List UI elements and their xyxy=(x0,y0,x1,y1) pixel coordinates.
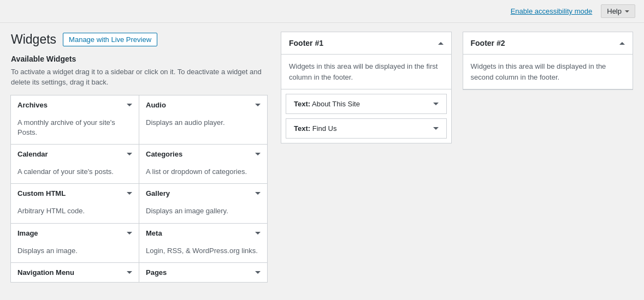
widget-archives-header[interactable]: Archives xyxy=(11,95,139,115)
widget-categories-header[interactable]: Categories xyxy=(139,145,267,164)
widget-custom-html-header[interactable]: Custom HTML xyxy=(11,184,139,203)
widget-gallery-header[interactable]: Gallery xyxy=(139,184,267,203)
widget-audio-chevron-icon xyxy=(255,104,261,106)
footer1-widget-find-us-chevron-icon xyxy=(433,127,439,130)
page-title-row: Widgets Manage with Live Preview xyxy=(11,32,268,48)
widget-meta-chevron-icon xyxy=(255,232,261,235)
footer1-title: Footer #1 xyxy=(289,39,323,47)
widget-gallery-chevron-icon xyxy=(255,192,261,195)
widget-calendar-header[interactable]: Calendar xyxy=(11,145,139,164)
footer2-chevron-icon xyxy=(619,42,625,45)
widget-calendar-desc: A calendar of your site's posts. xyxy=(11,164,139,183)
widget-image: Image Displays an image. xyxy=(10,223,139,263)
footer1-widget-about-chevron-icon xyxy=(433,103,439,105)
widget-gallery-name: Gallery xyxy=(146,189,170,197)
right-panels: Footer #1 Widgets in this area will be d… xyxy=(281,32,633,283)
available-widgets-title: Available Widgets xyxy=(11,55,268,63)
widget-gallery: Gallery Displays an image gallery. xyxy=(139,183,268,223)
widget-categories: Categories A list or dropdown of categor… xyxy=(139,144,268,184)
widget-image-chevron-icon xyxy=(127,232,132,235)
widget-pages: Pages xyxy=(139,262,268,283)
widgets-grid: Archives A monthly archive of your site'… xyxy=(11,95,268,283)
widget-categories-desc: A list or dropdown of categories. xyxy=(139,164,267,183)
widget-audio-desc: Displays an audio player. xyxy=(139,115,267,134)
top-bar: Enable accessibility mode Help xyxy=(0,0,644,23)
help-chevron-icon xyxy=(625,10,629,13)
main-content: Widgets Manage with Live Preview Availab… xyxy=(0,23,644,291)
widget-navigation-menu-chevron-icon xyxy=(127,271,132,274)
widget-image-header[interactable]: Image xyxy=(11,224,139,243)
widget-archives: Archives A monthly archive of your site'… xyxy=(10,95,139,145)
footer1-widget-find-us[interactable]: Text: Find Us xyxy=(286,118,447,139)
footer1-panel: Footer #1 Widgets in this area will be d… xyxy=(281,32,452,143)
enable-accessibility-link[interactable]: Enable accessibility mode xyxy=(511,7,593,15)
page-title: Widgets xyxy=(11,32,56,48)
widget-meta: Meta Login, RSS, & WordPress.org links. xyxy=(139,223,268,263)
widget-calendar-name: Calendar xyxy=(17,150,48,158)
footer1-chevron-icon xyxy=(438,42,444,45)
widget-audio-name: Audio xyxy=(146,101,166,109)
footer2-title: Footer #2 xyxy=(471,39,505,47)
footer1-widget-about[interactable]: Text: About This Site xyxy=(286,94,447,114)
widget-custom-html-chevron-icon xyxy=(127,192,132,195)
footer2-panel: Footer #2 Widgets in this area will be d… xyxy=(463,32,634,90)
widget-pages-header[interactable]: Pages xyxy=(139,263,267,282)
widget-calendar: Calendar A calendar of your site's posts… xyxy=(10,144,139,184)
widget-navigation-menu: Navigation Menu xyxy=(10,262,139,283)
widget-pages-name: Pages xyxy=(146,268,167,277)
footer1-widget-find-us-label: Text: Find Us xyxy=(294,124,337,133)
widget-gallery-desc: Displays an image gallery. xyxy=(139,203,267,223)
widget-custom-html-desc: Arbitrary HTML code. xyxy=(11,203,139,223)
widget-pages-chevron-icon xyxy=(255,271,261,274)
widget-meta-header[interactable]: Meta xyxy=(139,224,267,243)
widget-meta-name: Meta xyxy=(146,229,162,237)
widget-categories-name: Categories xyxy=(146,150,182,158)
widget-meta-desc: Login, RSS, & WordPress.org links. xyxy=(139,243,267,262)
footer1-header[interactable]: Footer #1 xyxy=(281,32,451,55)
widget-audio-header[interactable]: Audio xyxy=(139,95,267,115)
available-widgets-description: To activate a widget drag it to a sideba… xyxy=(11,67,268,88)
widget-archives-chevron-icon xyxy=(127,104,132,106)
widget-navigation-menu-name: Navigation Menu xyxy=(17,268,74,277)
widget-navigation-menu-header[interactable]: Navigation Menu xyxy=(11,263,139,282)
footer1-description: Widgets in this area will be displayed i… xyxy=(281,55,451,89)
widget-custom-html: Custom HTML Arbitrary HTML code. xyxy=(10,183,139,223)
help-button[interactable]: Help xyxy=(601,4,635,18)
help-label: Help xyxy=(607,7,622,15)
footer1-widget-about-label: Text: About This Site xyxy=(294,100,360,108)
footer2-header[interactable]: Footer #2 xyxy=(463,32,633,55)
footer2-description: Widgets in this area will be displayed i… xyxy=(463,55,633,89)
widget-categories-chevron-icon xyxy=(255,153,261,155)
widget-image-name: Image xyxy=(17,229,38,237)
widget-calendar-chevron-icon xyxy=(127,153,132,155)
widget-image-desc: Displays an image. xyxy=(11,243,139,262)
widget-archives-desc: A monthly archive of your site's Posts. xyxy=(11,115,139,144)
left-panel: Widgets Manage with Live Preview Availab… xyxy=(11,32,268,283)
manage-live-preview-button[interactable]: Manage with Live Preview xyxy=(63,33,157,46)
widget-custom-html-name: Custom HTML xyxy=(17,189,66,197)
widget-audio: Audio Displays an audio player. xyxy=(139,95,268,145)
widget-archives-name: Archives xyxy=(17,101,48,109)
